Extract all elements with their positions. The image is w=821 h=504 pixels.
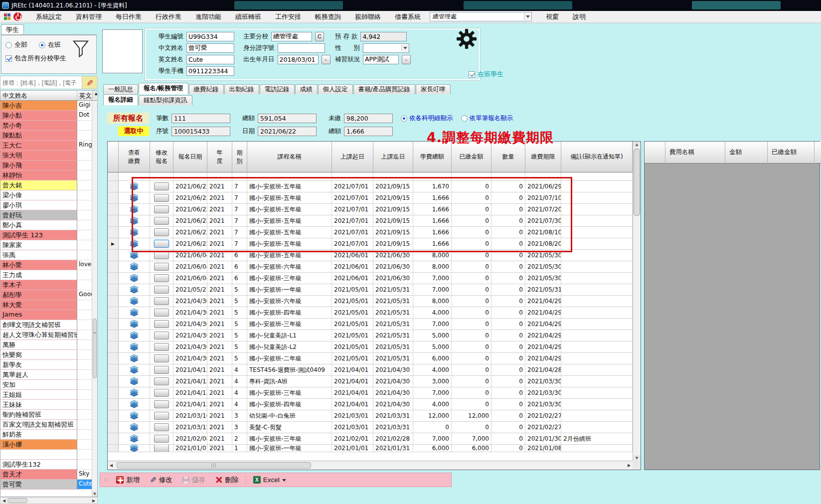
row-selector[interactable] xyxy=(108,410,119,422)
view-payment-cell[interactable] xyxy=(119,204,150,215)
student-list-item[interactable]: James xyxy=(0,310,97,320)
menu-item-help[interactable]: 說明 xyxy=(566,12,593,21)
scroll-right-icon[interactable]: ▶ xyxy=(90,499,97,503)
view-payment-cell[interactable] xyxy=(119,296,150,307)
student-list-item[interactable]: 萬華超人 xyxy=(0,370,97,380)
student-list-item[interactable]: 禁小奇 xyxy=(0,121,97,131)
row-selector[interactable] xyxy=(108,376,119,387)
edit-registration-button[interactable] xyxy=(154,377,169,385)
view-payment-cell[interactable] xyxy=(119,364,150,376)
menu-item[interactable]: 進階功能 xyxy=(188,12,228,21)
tab[interactable]: 家長叮嚀 xyxy=(416,84,451,94)
tab[interactable]: 書籍/產品購買記錄 xyxy=(353,84,415,94)
row-selector[interactable] xyxy=(108,284,119,296)
student-list-item[interactable]: 陳家家 xyxy=(0,240,97,250)
menu-item[interactable]: 帳務查詢 xyxy=(308,12,348,21)
student-list-item[interactable]: 陳小吉 Gigi xyxy=(0,101,97,111)
table-horizontal-scrollbar[interactable]: ◀ ||| ▶ xyxy=(108,461,633,470)
branch-select[interactable]: 總管理處 xyxy=(430,12,532,21)
row-selector[interactable] xyxy=(108,330,119,341)
edit-registration-button[interactable] xyxy=(154,286,169,294)
scroll-down-icon[interactable]: ▼ xyxy=(633,455,641,461)
tab-students[interactable]: 學生 xyxy=(1,24,24,35)
view-payment-cell[interactable] xyxy=(119,192,150,204)
edit-button[interactable]: ✎修改 xyxy=(146,474,176,486)
student-list-item[interactable]: 郝彤學 Good xyxy=(0,290,97,300)
menu-item[interactable]: 資料管理 xyxy=(69,12,109,21)
menu-item[interactable]: 親師聯絡 xyxy=(348,12,388,21)
tab[interactable]: 出勤紀錄 xyxy=(224,84,259,94)
view-payment-cell[interactable] xyxy=(119,353,150,364)
row-selector[interactable]: ▶ xyxy=(108,238,119,250)
row-selector[interactable] xyxy=(108,181,119,192)
edit-registration-button[interactable] xyxy=(154,332,169,339)
gear-icon[interactable] xyxy=(456,28,477,49)
menu-item-window[interactable]: 視窗 xyxy=(539,12,566,21)
excel-export-button[interactable]: Excel xyxy=(249,475,290,485)
radio-show-by-registration[interactable] xyxy=(461,115,468,122)
edit-registration-button[interactable] xyxy=(154,240,169,248)
delete-button[interactable]: 刪除 xyxy=(211,475,243,486)
tab[interactable]: 繳費紀錄 xyxy=(189,84,224,94)
view-payment-cell[interactable] xyxy=(119,215,150,227)
view-payment-cell[interactable] xyxy=(119,376,150,387)
row-selector[interactable] xyxy=(108,445,119,452)
menu-item[interactable]: 工作安排 xyxy=(268,12,308,21)
student-list-item[interactable]: 王姐姐 xyxy=(0,390,97,400)
view-payment-cell[interactable] xyxy=(119,422,150,433)
column-english-name[interactable]: 英文: xyxy=(77,91,93,100)
menu-item[interactable]: 借書系統 xyxy=(388,12,428,21)
tutoring-status-field[interactable] xyxy=(363,55,399,64)
birthdate-clear-button[interactable]: - xyxy=(322,55,330,64)
tab[interactable]: 個人設定 xyxy=(318,84,353,94)
student-list-item[interactable]: 曾可愛 Cute xyxy=(0,480,97,490)
student-list-item[interactable]: 聖約翰補習班 xyxy=(0,410,97,420)
student-list-item[interactable]: 鄭小真 xyxy=(0,220,97,230)
tab[interactable]: 電訪記錄 xyxy=(260,84,295,94)
row-selector[interactable] xyxy=(108,250,119,261)
column-view-payment[interactable]: 查看 繳費 xyxy=(119,142,150,172)
edit-registration-button[interactable] xyxy=(154,435,169,443)
edit-registration-button[interactable] xyxy=(154,412,169,420)
column-note[interactable]: 備註(顯示在通知單) xyxy=(561,142,633,172)
view-payment-cell[interactable] xyxy=(119,261,150,273)
student-id-field[interactable] xyxy=(186,32,234,41)
column-fee-name[interactable]: 費用名稱 xyxy=(665,142,725,164)
view-payment-cell[interactable] xyxy=(119,433,150,445)
column-course-name[interactable]: 課程名稱 xyxy=(247,142,332,172)
power-button[interactable] xyxy=(13,12,22,21)
edit-registration-button[interactable] xyxy=(154,297,169,305)
view-payment-cell[interactable] xyxy=(119,238,150,250)
student-list-item[interactable]: 陳小飛 xyxy=(0,161,97,170)
student-list-item[interactable]: 李木子 xyxy=(0,280,97,290)
edit-registration-button[interactable] xyxy=(154,205,169,213)
view-payment-cell[interactable] xyxy=(119,319,150,330)
english-name-field[interactable] xyxy=(186,55,234,64)
scroll-up-icon[interactable]: ▲ xyxy=(93,91,98,100)
row-selector[interactable] xyxy=(108,433,119,445)
student-list-item[interactable]: 漢小娜 xyxy=(0,440,97,450)
edit-registration-button[interactable] xyxy=(154,445,169,452)
edit-registration-button[interactable] xyxy=(154,251,169,259)
view-payment-cell[interactable] xyxy=(119,273,150,284)
scroll-right-icon[interactable]: ▶ xyxy=(626,463,633,468)
row-selector[interactable] xyxy=(108,296,119,307)
column-year[interactable]: 年 度 xyxy=(207,142,232,172)
student-list-item[interactable]: 林小愛 love xyxy=(0,260,97,270)
menu-item[interactable]: 行政作業 xyxy=(149,12,188,21)
row-selector[interactable] xyxy=(108,399,119,410)
view-payment-cell[interactable] xyxy=(119,250,150,261)
branch-change-button[interactable]: C xyxy=(315,32,324,41)
edit-registration-button[interactable] xyxy=(154,194,169,202)
student-list-item[interactable]: 陳點點 xyxy=(0,131,97,141)
view-payment-cell[interactable] xyxy=(119,227,150,238)
column-edit-registration[interactable]: 修改 報名 xyxy=(150,142,173,172)
column-fee-amount[interactable]: 金額 xyxy=(725,142,768,164)
menu-item[interactable]: 續班轉班 xyxy=(228,12,268,21)
student-list-item[interactable]: 張大明 xyxy=(0,151,97,161)
scroll-up-icon[interactable]: ▲ xyxy=(633,142,641,147)
scroll-left-icon[interactable]: ◀ xyxy=(0,499,7,503)
row-selector[interactable] xyxy=(108,215,119,227)
student-list-item[interactable]: 王大仁 Ring xyxy=(0,141,97,151)
student-list-item[interactable]: 曾天才 Sky xyxy=(0,470,97,480)
